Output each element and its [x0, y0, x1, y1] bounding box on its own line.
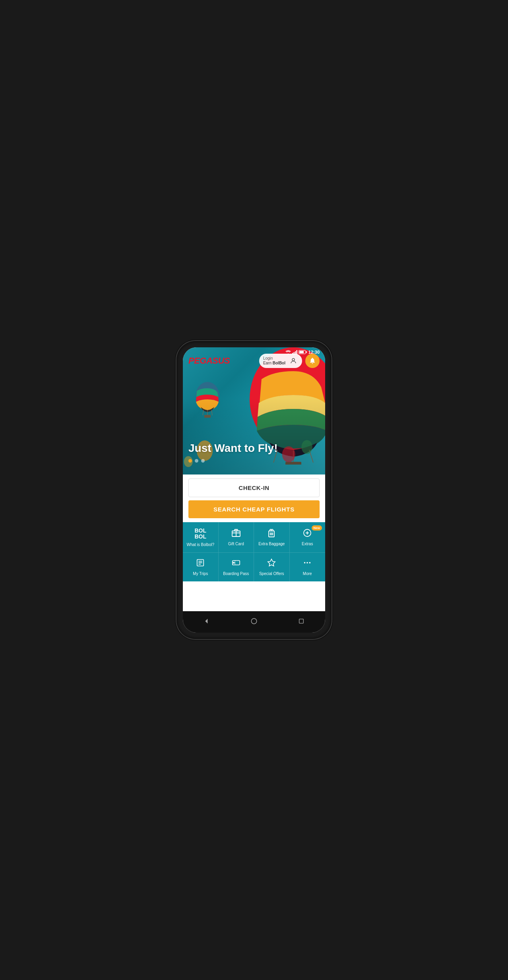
signal-icon [292, 350, 297, 354]
trips-icon [196, 558, 205, 569]
status-bar: 12:30 [183, 347, 325, 354]
grid-item-my-trips[interactable]: My Trips [183, 553, 219, 581]
new-badge: New [312, 525, 322, 531]
gift-card-label: Gift Card [228, 542, 244, 546]
bolbol-icon-text: BOLBOL [194, 528, 206, 540]
home-button[interactable] [246, 615, 262, 627]
hero-section: 12:30 [183, 347, 325, 475]
pegasus-logo: PEGASUS [188, 356, 230, 366]
offers-icon [267, 558, 276, 569]
grid-item-more[interactable]: More [290, 553, 326, 581]
svg-point-37 [304, 562, 306, 564]
battery-icon [299, 350, 306, 354]
hero-tagline: Just Want to Fly! [188, 442, 278, 455]
svg-marker-40 [205, 619, 207, 624]
dot-3[interactable] [201, 459, 205, 463]
grid-item-extras[interactable]: New Extras [290, 522, 326, 553]
checkin-button[interactable]: CHECK-IN [188, 478, 320, 497]
svg-rect-3 [296, 350, 297, 354]
extras-icon [302, 528, 312, 539]
grid-item-bolbol[interactable]: BOLBOL What is Bolbol? [183, 522, 219, 553]
grid-menu-row2: My Trips Boarding Pass [183, 553, 325, 581]
special-offers-label: Special Offers [259, 571, 284, 576]
baggage-label: Extra Baggage [258, 542, 285, 546]
grid-item-special-offers[interactable]: Special Offers [254, 553, 290, 581]
svg-point-35 [233, 562, 234, 563]
notification-button[interactable] [305, 354, 320, 368]
boarding-icon [232, 558, 240, 569]
more-icon [303, 558, 312, 569]
earn-text: Earn [263, 361, 271, 365]
svg-rect-2 [295, 351, 296, 354]
search-flights-button[interactable]: SEARCH CHEAP FLIGHTS [188, 500, 320, 518]
gift-icon [231, 528, 241, 539]
buttons-section: CHECK-IN SEARCH CHEAP FLIGHTS [183, 475, 325, 522]
baggage-icon [267, 528, 276, 539]
svg-point-41 [251, 618, 257, 624]
dot-1[interactable] [188, 459, 192, 463]
login-label: Login [263, 356, 285, 361]
bolbol-label: What is Bolbol? [187, 542, 214, 547]
user-icon [289, 356, 298, 366]
grid-item-boarding-pass[interactable]: Boarding Pass [219, 553, 254, 581]
svg-rect-42 [299, 619, 304, 624]
dot-2[interactable] [195, 459, 198, 463]
login-button[interactable]: Login Earn BolBol [259, 354, 302, 368]
grid-item-baggage[interactable]: Extra Baggage [254, 522, 290, 553]
trips-label: My Trips [193, 571, 208, 576]
hero-header: PEGASUS Login Earn BolBol [183, 354, 325, 368]
svg-point-18 [292, 358, 295, 361]
svg-marker-36 [268, 559, 275, 566]
svg-point-38 [306, 562, 308, 564]
nav-bar [183, 611, 325, 633]
hero-dots [188, 459, 205, 463]
bolbol-earn-text: BolBol [273, 361, 285, 365]
svg-rect-0 [292, 353, 293, 354]
back-button[interactable] [199, 615, 215, 627]
svg-rect-33 [233, 560, 240, 565]
wifi-icon [285, 350, 291, 354]
status-time: 12:30 [308, 350, 320, 354]
phone-frame: 12:30 [176, 341, 332, 639]
more-label: More [303, 571, 312, 576]
phone-screen: 12:30 [183, 347, 325, 633]
svg-rect-1 [293, 352, 295, 354]
grid-item-gift-card[interactable]: Gift Card [219, 522, 254, 553]
earn-label: Earn BolBol [263, 361, 285, 366]
status-icons [285, 350, 306, 354]
svg-point-39 [309, 562, 311, 564]
boarding-pass-label: Boarding Pass [223, 571, 249, 576]
grid-menu-row1: BOLBOL What is Bolbol? Gift Card [183, 522, 325, 553]
recents-button[interactable] [293, 615, 309, 627]
header-right: Login Earn BolBol [259, 354, 320, 368]
extras-label: Extras [302, 542, 313, 546]
